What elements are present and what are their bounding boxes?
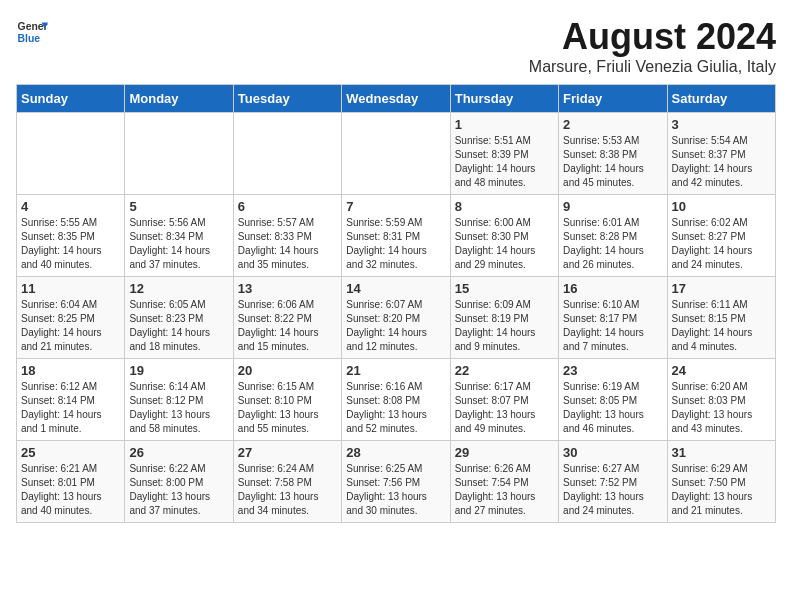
- day-number: 6: [238, 199, 337, 214]
- day-cell: 11Sunrise: 6:04 AM Sunset: 8:25 PM Dayli…: [17, 277, 125, 359]
- day-cell: 27Sunrise: 6:24 AM Sunset: 7:58 PM Dayli…: [233, 441, 341, 523]
- col-header-thursday: Thursday: [450, 85, 558, 113]
- day-info: Sunrise: 5:54 AM Sunset: 8:37 PM Dayligh…: [672, 134, 771, 190]
- day-info: Sunrise: 6:05 AM Sunset: 8:23 PM Dayligh…: [129, 298, 228, 354]
- day-cell: 19Sunrise: 6:14 AM Sunset: 8:12 PM Dayli…: [125, 359, 233, 441]
- day-cell: 6Sunrise: 5:57 AM Sunset: 8:33 PM Daylig…: [233, 195, 341, 277]
- day-number: 8: [455, 199, 554, 214]
- day-number: 3: [672, 117, 771, 132]
- day-cell: 5Sunrise: 5:56 AM Sunset: 8:34 PM Daylig…: [125, 195, 233, 277]
- day-number: 4: [21, 199, 120, 214]
- day-info: Sunrise: 6:25 AM Sunset: 7:56 PM Dayligh…: [346, 462, 445, 518]
- day-cell: [125, 113, 233, 195]
- day-cell: [233, 113, 341, 195]
- day-cell: [17, 113, 125, 195]
- day-number: 15: [455, 281, 554, 296]
- day-info: Sunrise: 6:15 AM Sunset: 8:10 PM Dayligh…: [238, 380, 337, 436]
- day-number: 9: [563, 199, 662, 214]
- day-number: 20: [238, 363, 337, 378]
- week-row-2: 4Sunrise: 5:55 AM Sunset: 8:35 PM Daylig…: [17, 195, 776, 277]
- day-info: Sunrise: 6:09 AM Sunset: 8:19 PM Dayligh…: [455, 298, 554, 354]
- day-number: 30: [563, 445, 662, 460]
- day-number: 12: [129, 281, 228, 296]
- day-cell: 2Sunrise: 5:53 AM Sunset: 8:38 PM Daylig…: [559, 113, 667, 195]
- day-info: Sunrise: 6:19 AM Sunset: 8:05 PM Dayligh…: [563, 380, 662, 436]
- day-cell: 25Sunrise: 6:21 AM Sunset: 8:01 PM Dayli…: [17, 441, 125, 523]
- col-header-friday: Friday: [559, 85, 667, 113]
- col-header-saturday: Saturday: [667, 85, 775, 113]
- day-cell: 8Sunrise: 6:00 AM Sunset: 8:30 PM Daylig…: [450, 195, 558, 277]
- day-cell: 15Sunrise: 6:09 AM Sunset: 8:19 PM Dayli…: [450, 277, 558, 359]
- day-number: 11: [21, 281, 120, 296]
- day-number: 16: [563, 281, 662, 296]
- day-cell: 17Sunrise: 6:11 AM Sunset: 8:15 PM Dayli…: [667, 277, 775, 359]
- day-info: Sunrise: 6:04 AM Sunset: 8:25 PM Dayligh…: [21, 298, 120, 354]
- day-cell: 31Sunrise: 6:29 AM Sunset: 7:50 PM Dayli…: [667, 441, 775, 523]
- day-cell: 10Sunrise: 6:02 AM Sunset: 8:27 PM Dayli…: [667, 195, 775, 277]
- day-number: 24: [672, 363, 771, 378]
- day-cell: 21Sunrise: 6:16 AM Sunset: 8:08 PM Dayli…: [342, 359, 450, 441]
- col-header-tuesday: Tuesday: [233, 85, 341, 113]
- col-header-wednesday: Wednesday: [342, 85, 450, 113]
- day-info: Sunrise: 5:57 AM Sunset: 8:33 PM Dayligh…: [238, 216, 337, 272]
- subtitle: Marsure, Friuli Venezia Giulia, Italy: [529, 58, 776, 76]
- day-number: 7: [346, 199, 445, 214]
- day-cell: 1Sunrise: 5:51 AM Sunset: 8:39 PM Daylig…: [450, 113, 558, 195]
- day-info: Sunrise: 6:07 AM Sunset: 8:20 PM Dayligh…: [346, 298, 445, 354]
- day-number: 31: [672, 445, 771, 460]
- day-cell: 7Sunrise: 5:59 AM Sunset: 8:31 PM Daylig…: [342, 195, 450, 277]
- day-info: Sunrise: 5:53 AM Sunset: 8:38 PM Dayligh…: [563, 134, 662, 190]
- day-cell: 30Sunrise: 6:27 AM Sunset: 7:52 PM Dayli…: [559, 441, 667, 523]
- day-number: 14: [346, 281, 445, 296]
- day-cell: 24Sunrise: 6:20 AM Sunset: 8:03 PM Dayli…: [667, 359, 775, 441]
- day-number: 25: [21, 445, 120, 460]
- day-cell: 29Sunrise: 6:26 AM Sunset: 7:54 PM Dayli…: [450, 441, 558, 523]
- day-number: 21: [346, 363, 445, 378]
- day-info: Sunrise: 6:14 AM Sunset: 8:12 PM Dayligh…: [129, 380, 228, 436]
- header: General Blue August 2024 Marsure, Friuli…: [16, 16, 776, 76]
- day-number: 1: [455, 117, 554, 132]
- day-cell: 12Sunrise: 6:05 AM Sunset: 8:23 PM Dayli…: [125, 277, 233, 359]
- day-number: 10: [672, 199, 771, 214]
- day-info: Sunrise: 6:22 AM Sunset: 8:00 PM Dayligh…: [129, 462, 228, 518]
- day-info: Sunrise: 6:00 AM Sunset: 8:30 PM Dayligh…: [455, 216, 554, 272]
- day-info: Sunrise: 6:29 AM Sunset: 7:50 PM Dayligh…: [672, 462, 771, 518]
- day-info: Sunrise: 6:26 AM Sunset: 7:54 PM Dayligh…: [455, 462, 554, 518]
- day-cell: 20Sunrise: 6:15 AM Sunset: 8:10 PM Dayli…: [233, 359, 341, 441]
- day-info: Sunrise: 6:02 AM Sunset: 8:27 PM Dayligh…: [672, 216, 771, 272]
- week-row-5: 25Sunrise: 6:21 AM Sunset: 8:01 PM Dayli…: [17, 441, 776, 523]
- day-number: 26: [129, 445, 228, 460]
- day-number: 5: [129, 199, 228, 214]
- day-number: 29: [455, 445, 554, 460]
- day-number: 22: [455, 363, 554, 378]
- day-info: Sunrise: 6:12 AM Sunset: 8:14 PM Dayligh…: [21, 380, 120, 436]
- col-header-sunday: Sunday: [17, 85, 125, 113]
- logo-icon: General Blue: [16, 16, 48, 48]
- week-row-1: 1Sunrise: 5:51 AM Sunset: 8:39 PM Daylig…: [17, 113, 776, 195]
- day-number: 23: [563, 363, 662, 378]
- header-row: SundayMondayTuesdayWednesdayThursdayFrid…: [17, 85, 776, 113]
- day-cell: 26Sunrise: 6:22 AM Sunset: 8:00 PM Dayli…: [125, 441, 233, 523]
- day-cell: 18Sunrise: 6:12 AM Sunset: 8:14 PM Dayli…: [17, 359, 125, 441]
- calendar-table: SundayMondayTuesdayWednesdayThursdayFrid…: [16, 84, 776, 523]
- calendar-body: 1Sunrise: 5:51 AM Sunset: 8:39 PM Daylig…: [17, 113, 776, 523]
- week-row-3: 11Sunrise: 6:04 AM Sunset: 8:25 PM Dayli…: [17, 277, 776, 359]
- day-info: Sunrise: 6:24 AM Sunset: 7:58 PM Dayligh…: [238, 462, 337, 518]
- col-header-monday: Monday: [125, 85, 233, 113]
- day-number: 13: [238, 281, 337, 296]
- day-info: Sunrise: 6:21 AM Sunset: 8:01 PM Dayligh…: [21, 462, 120, 518]
- day-info: Sunrise: 5:59 AM Sunset: 8:31 PM Dayligh…: [346, 216, 445, 272]
- main-title: August 2024: [529, 16, 776, 58]
- day-number: 17: [672, 281, 771, 296]
- day-info: Sunrise: 5:51 AM Sunset: 8:39 PM Dayligh…: [455, 134, 554, 190]
- day-cell: 28Sunrise: 6:25 AM Sunset: 7:56 PM Dayli…: [342, 441, 450, 523]
- day-info: Sunrise: 6:27 AM Sunset: 7:52 PM Dayligh…: [563, 462, 662, 518]
- day-info: Sunrise: 6:06 AM Sunset: 8:22 PM Dayligh…: [238, 298, 337, 354]
- day-info: Sunrise: 6:11 AM Sunset: 8:15 PM Dayligh…: [672, 298, 771, 354]
- calendar-header: SundayMondayTuesdayWednesdayThursdayFrid…: [17, 85, 776, 113]
- logo: General Blue: [16, 16, 48, 48]
- title-area: August 2024 Marsure, Friuli Venezia Giul…: [529, 16, 776, 76]
- svg-text:Blue: Blue: [18, 33, 41, 44]
- day-cell: 13Sunrise: 6:06 AM Sunset: 8:22 PM Dayli…: [233, 277, 341, 359]
- day-cell: [342, 113, 450, 195]
